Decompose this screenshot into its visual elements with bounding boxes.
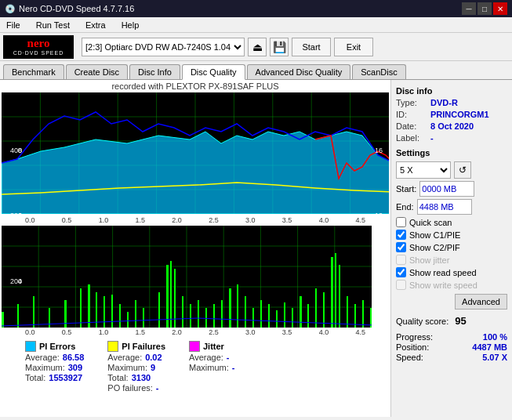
lower-chart-x-axis: 0.0 0.5 1.0 1.5 2.0 2.5 3.0 3.5 4.0 4.5 — [2, 328, 389, 336]
progress-value: 100 % — [483, 332, 507, 342]
tab-create-disc[interactable]: Create Disc — [66, 64, 128, 79]
toolbar: nero CD·DVD SPEED [2:3] Optiarc DVD RW A… — [0, 33, 512, 61]
drive-select[interactable]: [2:3] Optiarc DVD RW AD-7240S 1.04 — [82, 38, 245, 56]
legend-pi-failures-label: PI Failures — [122, 342, 165, 351]
tab-scandisc[interactable]: ScanDisc — [352, 64, 405, 79]
svg-rect-53 — [245, 296, 246, 328]
legend-pi-errors-total: 1553927 — [49, 373, 82, 382]
maximize-button[interactable]: □ — [478, 2, 492, 15]
show-read-speed-checkbox[interactable] — [396, 267, 406, 277]
legend-jitter-max-row: Maximum: - — [189, 363, 234, 372]
svg-rect-52 — [237, 284, 238, 328]
svg-rect-65 — [335, 253, 336, 328]
quality-score-value: 95 — [455, 315, 466, 327]
end-row: End: — [396, 199, 507, 215]
svg-rect-48 — [205, 308, 207, 328]
legend-area: PI Errors Average: 86.58 Maximum: 309 To… — [2, 338, 389, 393]
legend-pi-errors-color — [25, 341, 36, 352]
legend-pi-errors-total-row: Total: 1553927 — [25, 373, 84, 382]
legend-jitter-header: Jitter — [189, 341, 234, 352]
tab-benchmark[interactable]: Benchmark — [3, 64, 64, 79]
exit-button[interactable]: Exit — [334, 38, 373, 56]
legend-pi-failures-total: 3130 — [132, 373, 151, 382]
svg-rect-64 — [331, 257, 333, 328]
advanced-button[interactable]: Advanced — [455, 294, 507, 310]
svg-rect-70 — [370, 308, 372, 328]
legend-pi-errors-avg: 86.58 — [63, 353, 85, 362]
quick-scan-row: Quick scan — [396, 217, 507, 227]
svg-rect-35 — [103, 296, 105, 328]
main-content: recorded with PLEXTOR PX-891SAF PLUS 500… — [0, 80, 512, 417]
legend-pi-errors-max-row: Maximum: 309 — [25, 363, 84, 372]
end-input[interactable] — [417, 199, 472, 215]
legend-pi-failures: PI Failures Average: 0.02 Maximum: 9 Tot… — [107, 341, 165, 393]
app-title: Nero CD-DVD Speed 4.7.7.16 — [19, 4, 134, 13]
legend-jitter-avg: - — [227, 353, 230, 362]
show-c1-pie-label: Show C1/PIE — [409, 230, 460, 240]
nero-logo: nero CD·DVD SPEED — [3, 35, 74, 59]
show-write-speed-row: Show write speed — [396, 280, 507, 290]
disc-date-value: 8 Oct 2020 — [430, 121, 474, 131]
lower-chart — [2, 226, 372, 328]
svg-rect-67 — [347, 296, 348, 328]
show-write-speed-label: Show write speed — [409, 281, 478, 290]
disc-label-label: Label: — [396, 133, 427, 143]
svg-rect-68 — [354, 304, 356, 328]
svg-rect-37 — [119, 304, 121, 328]
disc-type-label: Type: — [396, 98, 427, 107]
tab-disc-info[interactable]: Disc Info — [129, 64, 180, 79]
show-c2-pif-label: Show C2/PIF — [409, 243, 460, 252]
svg-rect-38 — [127, 312, 129, 328]
tab-advanced-disc-quality[interactable]: Advanced Disc Quality — [247, 64, 351, 79]
start-button[interactable]: Start — [292, 38, 331, 56]
start-input[interactable] — [419, 181, 474, 197]
svg-rect-54 — [252, 308, 254, 328]
svg-rect-57 — [276, 310, 278, 328]
legend-pi-failures-header: PI Failures — [107, 341, 165, 352]
legend-po-failures-val: - — [156, 383, 159, 393]
svg-rect-58 — [284, 302, 285, 328]
menu-file[interactable]: File — [3, 19, 24, 31]
refresh-icon-btn[interactable]: ↺ — [454, 161, 471, 179]
upper-chart-y-axis-right: 20 16 12 8 4 0 — [373, 80, 390, 417]
disc-label-row: Label: - — [396, 133, 507, 143]
menu-run-test[interactable]: Run Test — [33, 19, 73, 31]
show-c1-pie-checkbox[interactable] — [396, 230, 406, 240]
svg-rect-59 — [292, 308, 293, 328]
menu-help[interactable]: Help — [118, 19, 143, 31]
tab-disc-quality[interactable]: Disc Quality — [182, 64, 245, 80]
save-icon-btn[interactable]: 💾 — [270, 38, 289, 56]
svg-rect-43 — [170, 261, 172, 328]
close-button[interactable]: ✕ — [493, 2, 507, 15]
show-c2-pif-checkbox[interactable] — [396, 242, 406, 252]
svg-rect-30 — [49, 308, 50, 328]
menu-extra[interactable]: Extra — [82, 19, 109, 31]
disc-date-label: Date: — [396, 121, 427, 131]
progress-label: Progress: — [396, 332, 433, 342]
legend-jitter: Jitter Average: - Maximum: - — [189, 341, 234, 393]
disc-type-row: Type: DVD-R — [396, 98, 507, 107]
svg-rect-29 — [33, 296, 34, 328]
speed-select[interactable]: Max1 X2 X4 X5 X8 X12 X — [396, 161, 451, 179]
progress-section: Progress: 100 % Position: 4487 MB Speed:… — [396, 332, 507, 363]
legend-pi-errors-header: PI Errors — [25, 341, 84, 352]
svg-rect-32 — [80, 288, 82, 328]
speed-row-progress: Speed: 5.07 X — [396, 353, 507, 362]
disc-id-label: ID: — [396, 110, 427, 119]
show-c2-pif-row: Show C2/PIF — [396, 242, 507, 252]
svg-rect-39 — [135, 300, 136, 328]
minimize-button[interactable]: ─ — [462, 2, 476, 15]
svg-rect-60 — [300, 296, 302, 328]
disc-label-value: - — [430, 133, 434, 143]
svg-rect-69 — [362, 300, 364, 328]
lower-chart-svg — [2, 226, 372, 328]
svg-rect-55 — [260, 300, 262, 328]
app-icon: 💿 — [5, 4, 16, 14]
legend-pi-errors-max: 309 — [68, 363, 82, 372]
eject-icon-btn[interactable]: ⏏ — [248, 38, 267, 56]
quick-scan-checkbox[interactable] — [396, 217, 406, 227]
chart-area: recorded with PLEXTOR PX-891SAF PLUS 500… — [0, 80, 390, 417]
quality-score-row: Quality score: 95 — [396, 315, 507, 327]
start-label: Start: — [396, 184, 416, 194]
speed-row: Max1 X2 X4 X5 X8 X12 X ↺ — [396, 161, 507, 179]
